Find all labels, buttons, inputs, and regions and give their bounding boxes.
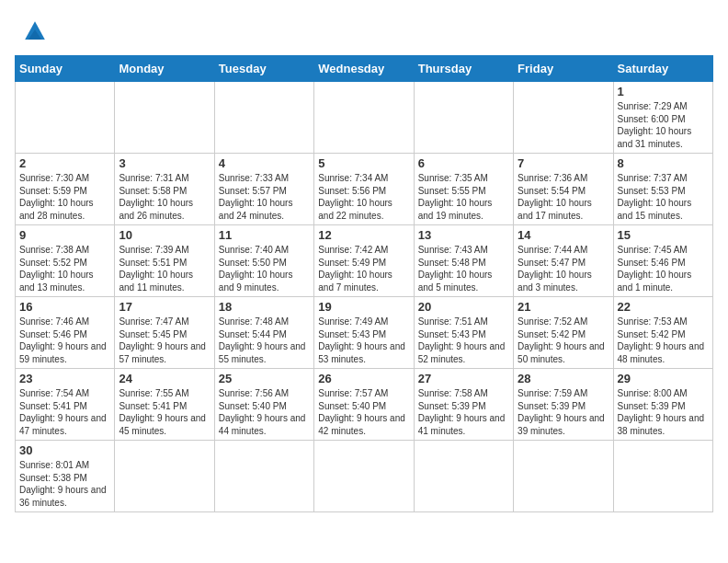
week-row-4: 16Sunrise: 7:46 AM Sunset: 5:46 PM Dayli… — [16, 297, 713, 369]
day-number: 6 — [418, 156, 509, 170]
day-cell: 11Sunrise: 7:40 AM Sunset: 5:50 PM Dayli… — [214, 225, 313, 297]
day-info: Sunrise: 7:44 AM Sunset: 5:47 PM Dayligh… — [518, 244, 609, 293]
logo — [15, 15, 51, 48]
day-number: 17 — [119, 300, 210, 314]
day-cell — [514, 441, 613, 512]
day-number: 3 — [119, 156, 210, 170]
day-info: Sunrise: 7:51 AM Sunset: 5:43 PM Dayligh… — [418, 316, 509, 365]
day-cell: 16Sunrise: 7:46 AM Sunset: 5:46 PM Dayli… — [16, 297, 115, 369]
day-cell: 25Sunrise: 7:56 AM Sunset: 5:40 PM Dayli… — [214, 369, 313, 441]
day-info: Sunrise: 7:56 AM Sunset: 5:40 PM Dayligh… — [219, 387, 310, 437]
day-number: 19 — [318, 300, 409, 314]
header — [15, 15, 713, 48]
day-number: 4 — [219, 156, 310, 170]
day-cell: 7Sunrise: 7:36 AM Sunset: 5:54 PM Daylig… — [514, 154, 613, 225]
day-number: 23 — [19, 372, 110, 385]
weekday-saturday: Saturday — [613, 56, 712, 82]
day-info: Sunrise: 7:45 AM Sunset: 5:46 PM Dayligh… — [618, 244, 709, 293]
day-number: 7 — [518, 156, 609, 170]
day-cell: 26Sunrise: 7:57 AM Sunset: 5:40 PM Dayli… — [314, 369, 414, 441]
day-number: 20 — [418, 300, 509, 314]
day-info: Sunrise: 7:53 AM Sunset: 5:42 PM Dayligh… — [618, 316, 709, 365]
calendar-table: SundayMondayTuesdayWednesdayThursdayFrid… — [15, 55, 713, 512]
day-info: Sunrise: 7:39 AM Sunset: 5:51 PM Dayligh… — [119, 244, 210, 293]
day-number: 28 — [518, 372, 609, 385]
day-info: Sunrise: 7:58 AM Sunset: 5:39 PM Dayligh… — [418, 387, 509, 437]
day-cell: 22Sunrise: 7:53 AM Sunset: 5:42 PM Dayli… — [613, 297, 712, 369]
week-row-1: 1Sunrise: 7:29 AM Sunset: 6:00 PM Daylig… — [16, 82, 713, 154]
week-row-6: 30Sunrise: 8:01 AM Sunset: 5:38 PM Dayli… — [16, 441, 713, 512]
day-info: Sunrise: 7:38 AM Sunset: 5:52 PM Dayligh… — [19, 244, 110, 293]
day-info: Sunrise: 8:00 AM Sunset: 5:39 PM Dayligh… — [618, 387, 709, 437]
day-cell — [314, 441, 414, 512]
weekday-sunday: Sunday — [16, 56, 115, 82]
day-number: 1 — [618, 85, 709, 98]
day-info: Sunrise: 7:47 AM Sunset: 5:45 PM Dayligh… — [119, 316, 210, 365]
week-row-3: 9Sunrise: 7:38 AM Sunset: 5:52 PM Daylig… — [16, 225, 713, 297]
day-info: Sunrise: 7:35 AM Sunset: 5:55 PM Dayligh… — [418, 172, 509, 222]
day-cell: 23Sunrise: 7:54 AM Sunset: 5:41 PM Dayli… — [16, 369, 115, 441]
day-number: 11 — [219, 228, 310, 242]
day-cell: 19Sunrise: 7:49 AM Sunset: 5:43 PM Dayli… — [314, 297, 414, 369]
day-info: Sunrise: 7:34 AM Sunset: 5:56 PM Dayligh… — [318, 172, 409, 222]
day-number: 25 — [219, 372, 310, 385]
day-number: 27 — [418, 372, 509, 385]
day-cell: 27Sunrise: 7:58 AM Sunset: 5:39 PM Dayli… — [414, 369, 513, 441]
day-info: Sunrise: 7:55 AM Sunset: 5:41 PM Dayligh… — [119, 387, 210, 437]
weekday-wednesday: Wednesday — [314, 56, 414, 82]
day-number: 2 — [19, 156, 110, 170]
day-cell: 29Sunrise: 8:00 AM Sunset: 5:39 PM Dayli… — [613, 369, 712, 441]
day-cell: 3Sunrise: 7:31 AM Sunset: 5:58 PM Daylig… — [115, 154, 214, 225]
day-cell — [414, 82, 513, 154]
day-info: Sunrise: 7:40 AM Sunset: 5:50 PM Dayligh… — [219, 244, 310, 293]
day-cell: 10Sunrise: 7:39 AM Sunset: 5:51 PM Dayli… — [115, 225, 214, 297]
week-row-2: 2Sunrise: 7:30 AM Sunset: 5:59 PM Daylig… — [16, 154, 713, 225]
day-cell: 13Sunrise: 7:43 AM Sunset: 5:48 PM Dayli… — [414, 225, 513, 297]
day-info: Sunrise: 7:59 AM Sunset: 5:39 PM Dayligh… — [518, 387, 609, 437]
day-number: 21 — [518, 300, 609, 314]
day-info: Sunrise: 7:29 AM Sunset: 6:00 PM Dayligh… — [618, 100, 709, 150]
day-cell — [414, 441, 513, 512]
day-info: Sunrise: 7:37 AM Sunset: 5:53 PM Dayligh… — [618, 172, 709, 222]
weekday-friday: Friday — [514, 56, 613, 82]
day-cell: 12Sunrise: 7:42 AM Sunset: 5:49 PM Dayli… — [314, 225, 414, 297]
day-info: Sunrise: 7:33 AM Sunset: 5:57 PM Dayligh… — [219, 172, 310, 222]
day-cell: 18Sunrise: 7:48 AM Sunset: 5:44 PM Dayli… — [214, 297, 313, 369]
day-cell: 20Sunrise: 7:51 AM Sunset: 5:43 PM Dayli… — [414, 297, 513, 369]
day-number: 10 — [119, 228, 210, 242]
day-number: 12 — [318, 228, 409, 242]
day-number: 29 — [618, 372, 709, 385]
day-cell: 21Sunrise: 7:52 AM Sunset: 5:42 PM Dayli… — [514, 297, 613, 369]
day-cell — [314, 82, 414, 154]
day-info: Sunrise: 7:42 AM Sunset: 5:49 PM Dayligh… — [318, 244, 409, 293]
day-info: Sunrise: 7:52 AM Sunset: 5:42 PM Dayligh… — [518, 316, 609, 365]
day-number: 14 — [518, 228, 609, 242]
day-info: Sunrise: 7:48 AM Sunset: 5:44 PM Dayligh… — [219, 316, 310, 365]
day-number: 22 — [618, 300, 709, 314]
day-number: 26 — [318, 372, 409, 385]
day-cell — [16, 82, 115, 154]
day-cell — [514, 82, 613, 154]
day-cell — [115, 441, 214, 512]
day-info: Sunrise: 7:46 AM Sunset: 5:46 PM Dayligh… — [19, 316, 110, 365]
day-cell — [613, 441, 712, 512]
day-info: Sunrise: 7:31 AM Sunset: 5:58 PM Dayligh… — [119, 172, 210, 222]
day-number: 24 — [119, 372, 210, 385]
day-number: 13 — [418, 228, 509, 242]
day-number: 16 — [19, 300, 110, 314]
day-cell: 24Sunrise: 7:55 AM Sunset: 5:41 PM Dayli… — [115, 369, 214, 441]
day-cell — [214, 82, 313, 154]
day-number: 8 — [618, 156, 709, 170]
day-number: 9 — [19, 228, 110, 242]
calendar-page: SundayMondayTuesdayWednesdayThursdayFrid… — [0, 0, 728, 522]
day-cell: 1Sunrise: 7:29 AM Sunset: 6:00 PM Daylig… — [613, 82, 712, 154]
day-info: Sunrise: 8:01 AM Sunset: 5:38 PM Dayligh… — [19, 459, 110, 509]
day-info: Sunrise: 7:57 AM Sunset: 5:40 PM Dayligh… — [318, 387, 409, 437]
day-cell: 17Sunrise: 7:47 AM Sunset: 5:45 PM Dayli… — [115, 297, 214, 369]
day-cell: 9Sunrise: 7:38 AM Sunset: 5:52 PM Daylig… — [16, 225, 115, 297]
day-info: Sunrise: 7:54 AM Sunset: 5:41 PM Dayligh… — [19, 387, 110, 437]
day-info: Sunrise: 7:43 AM Sunset: 5:48 PM Dayligh… — [418, 244, 509, 293]
day-cell: 30Sunrise: 8:01 AM Sunset: 5:38 PM Dayli… — [16, 441, 115, 512]
day-cell: 6Sunrise: 7:35 AM Sunset: 5:55 PM Daylig… — [414, 154, 513, 225]
day-cell: 2Sunrise: 7:30 AM Sunset: 5:59 PM Daylig… — [16, 154, 115, 225]
